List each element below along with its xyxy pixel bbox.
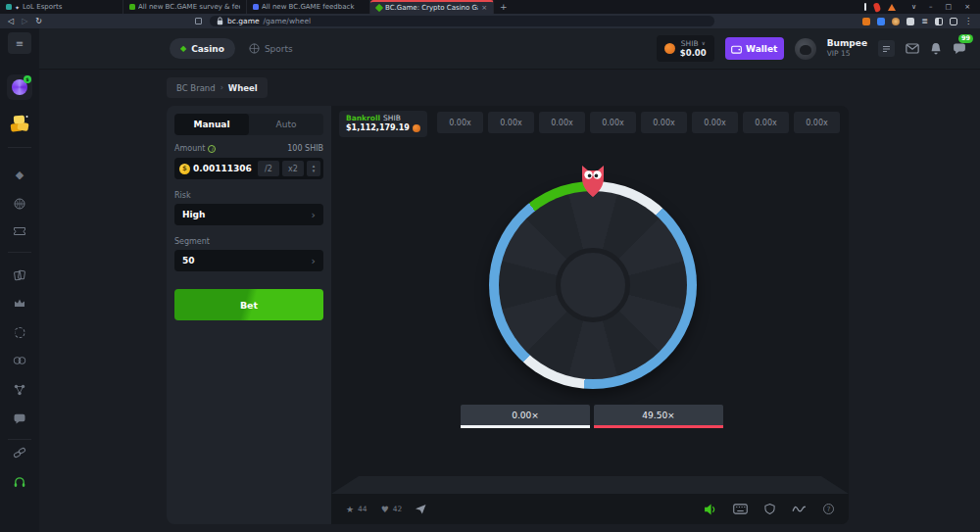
window-close-icon[interactable]: × [964,3,970,11]
browser-toolbar: ◁ ▷ ↻ bc.game/game/wheel ≣ ⋮ [0,14,980,28]
chat-icon [953,42,966,55]
help-button[interactable]: ? [823,504,834,514]
browser-extension-icon[interactable] [862,18,870,25]
screenshot-icon[interactable] [950,18,957,25]
sidebar-item-slots[interactable] [14,269,25,281]
tab-survey[interactable]: All new BC.GAME survey & feedback r [123,0,247,14]
new-tab-button[interactable]: + [494,0,514,14]
pepper-extension-icon[interactable] [873,2,881,12]
tab-bcgame-active[interactable]: BC.Game: Crypto Casino Games & × [370,0,494,14]
history-item[interactable]: 0.00x [539,112,585,133]
nav-sports-tab[interactable]: Sports [249,43,293,54]
wallet-button[interactable]: Wallet [725,37,784,60]
history-item[interactable]: 0.00x [437,112,483,133]
bet-button[interactable]: Bet [174,289,323,320]
window-minimize-icon[interactable]: – [929,3,933,11]
history-item[interactable]: 0.00x [488,112,534,133]
casino-diamond-icon: ◆ [180,44,186,53]
browser-menu-icon[interactable]: ⋮ [964,18,972,25]
sidebar-item-casino[interactable]: ◆ [16,169,24,181]
game-container: Manual Auto Amount i 100 SHIB $ 0.001113… [167,106,849,524]
tab-favicon [6,4,12,10]
sidebar-rewards-button[interactable] [7,112,32,135]
casino-diamond-icon: ◆ [16,169,24,181]
split-view-icon[interactable] [935,18,943,25]
history-item[interactable]: 0.00x [641,112,687,133]
tab-favicon [129,4,135,10]
speaker-icon [704,504,716,515]
sidebar-divider [8,147,31,148]
sidebar-item-api[interactable] [14,447,26,459]
history-item[interactable]: 0.00x [743,112,789,133]
segment-select[interactable]: 50 › [174,250,323,271]
tab-lol-esports[interactable]: ✦ LoL Esports [0,0,123,14]
breadcrumb[interactable]: BC Brand › Wheel [167,77,268,98]
likes-stat[interactable]: ♥ 42 [381,505,403,514]
history-item[interactable]: 0.00x [692,112,738,133]
history-item[interactable]: 0.00x [794,112,840,133]
tab-close-icon[interactable]: × [481,4,487,12]
sidebar-bonus-button[interactable]: $ [7,74,32,100]
step-down-icon[interactable]: ▾ [313,169,316,174]
sidebar-item-vip[interactable] [14,298,25,308]
window-maximize-icon[interactable]: □ [946,3,953,11]
favorites-stat[interactable]: ★ 44 [346,505,368,514]
sidebar-item-affiliate[interactable] [14,384,25,396]
hotkeys-button[interactable] [733,504,748,514]
bookmarks-panel-icon[interactable] [195,18,202,24]
amount-input[interactable]: $ 0.00111306 /2 x2 ▴ ▾ [174,158,323,179]
game-stage: Bankroll SHIB $1,112,179.19 0.00x 0.00x … [331,106,849,524]
heart-icon: ♥ [381,505,389,514]
tab-auto[interactable]: Auto [249,114,323,135]
url-path: /game/wheel [264,17,312,25]
fairness-button[interactable] [764,503,775,515]
sidebar-menu-button[interactable]: ≡ [8,32,31,54]
sidebar-item-coins[interactable] [14,356,26,365]
notifications-button[interactable] [930,42,942,55]
segment-label: Segment [174,237,323,246]
reading-list-icon[interactable]: ≣ [921,18,928,25]
messages-button[interactable] [906,43,919,54]
history-item[interactable]: 0.00x [590,112,636,133]
live-stats-button[interactable] [792,504,807,514]
info-icon[interactable]: i [208,145,216,153]
warning-extension-icon[interactable] [888,4,896,11]
amount-stepper[interactable]: ▴ ▾ [307,161,320,176]
tab-manual[interactable]: Manual [174,114,249,135]
sidebar-item-spin[interactable] [15,327,25,338]
bell-icon [930,42,942,55]
star-icon: ★ [346,505,354,514]
share-button[interactable] [416,505,426,514]
sidebar-divider [8,252,31,253]
sidebar-item-forum[interactable] [14,413,26,424]
half-bet-button[interactable]: /2 [258,161,279,176]
bankroll-box: Bankroll SHIB $1,112,179.19 [339,111,427,137]
tab-feedback[interactable]: All new BC.GAME feedback [247,0,370,14]
transactions-button[interactable] [878,40,895,57]
sidebar-item-support[interactable] [14,476,26,488]
wheel-pointer [579,165,607,202]
browser-extension-icon[interactable] [892,18,900,25]
currency-selector[interactable]: SHIB∨ $0.00 [657,35,714,62]
extensions-puzzle-icon[interactable] [906,18,914,25]
sidebar-item-sports[interactable] [14,198,25,210]
back-icon[interactable]: ◁ [8,18,14,25]
user-info[interactable]: Bumpee VIP 15 [827,38,867,59]
window-chevron-icon[interactable]: ∨ [911,3,916,11]
avatar[interactable] [795,38,816,60]
cards-icon [14,269,25,281]
bet-mode-tabs: Manual Auto [174,114,323,135]
bankroll-label: Bankroll [346,114,380,123]
double-bet-button[interactable]: x2 [282,161,304,176]
chat-button[interactable]: 99 [953,42,966,55]
amount-value[interactable]: 0.00111306 [193,164,255,173]
address-bar[interactable]: bc.game/game/wheel [210,16,714,26]
browser-extension-icon[interactable] [877,18,885,25]
likes-count: 42 [393,505,403,513]
nav-casino-tab[interactable]: ◆ Casino [170,38,235,59]
risk-select[interactable]: High › [174,204,323,225]
sound-button[interactable] [704,504,716,515]
reload-icon[interactable]: ↻ [35,18,42,25]
sidebar-item-lottery[interactable] [14,226,26,236]
breadcrumb-section[interactable]: BC Brand [176,83,216,93]
